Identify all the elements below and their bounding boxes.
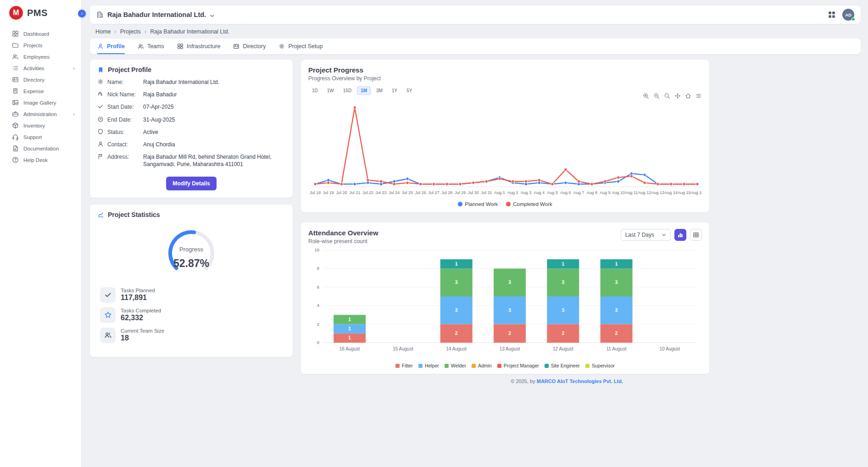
range-1m[interactable]: 1M: [357, 86, 371, 95]
gear-icon: [278, 43, 285, 50]
folder-icon: [12, 42, 19, 49]
check-icon: [100, 287, 116, 303]
range-5y[interactable]: 5Y: [403, 86, 416, 95]
user-avatar[interactable]: AD: [842, 9, 854, 21]
svg-text:Aug 7: Aug 7: [573, 190, 584, 195]
apps-grid-icon[interactable]: [828, 11, 836, 19]
svg-text:2: 2: [615, 331, 618, 336]
modify-details-button[interactable]: Modify Details: [166, 177, 216, 190]
tab-directory[interactable]: Directory: [233, 39, 266, 54]
range-15d[interactable]: 15D: [339, 86, 355, 95]
field-label: Start Date:: [107, 103, 136, 111]
zoom-in-icon[interactable]: [643, 93, 649, 99]
tab-project-setup[interactable]: Project Setup: [278, 39, 323, 54]
date-range-select[interactable]: Last 7 Days: [621, 229, 671, 241]
svg-text:16 August: 16 August: [339, 346, 360, 351]
sidebar-item-administration[interactable]: Administration ›: [0, 108, 81, 120]
footer: © 2025, by MARCO AIoT Technologies Pvt. …: [301, 378, 709, 384]
legend-item[interactable]: Completed Work: [506, 201, 552, 207]
sidebar-item-help-desk[interactable]: Help Desk: [0, 154, 81, 166]
company-link[interactable]: MARCO AIoT Technologies Pvt. Ltd.: [537, 378, 623, 384]
attendance-chart[interactable]: 024681016 August11115 August14 August233…: [308, 245, 702, 361]
building-icon: [96, 11, 104, 18]
field-label: Contact:: [107, 141, 136, 148]
legend-item[interactable]: Admin: [472, 363, 492, 368]
svg-text:1: 1: [562, 261, 565, 267]
legend-item[interactable]: Supervisor: [585, 363, 615, 368]
sidebar-item-image-gallery[interactable]: Image Gallery: [0, 97, 81, 108]
svg-text:0: 0: [317, 340, 319, 345]
range-3m[interactable]: 3M: [373, 86, 386, 95]
sidebar-item-activities[interactable]: Activities ›: [0, 62, 81, 74]
breadcrumb-projects[interactable]: Projects: [120, 28, 141, 35]
sidebar-item-projects[interactable]: Projects: [0, 39, 81, 51]
stat-tasks-completed: Tasks Completed 62,332: [97, 307, 285, 323]
legend-item[interactable]: Helper: [418, 363, 439, 368]
x-circle-icon: [97, 116, 104, 122]
flag-icon: [97, 153, 104, 160]
svg-text:3: 3: [508, 308, 511, 313]
tab-teams[interactable]: Teams: [138, 39, 164, 54]
svg-text:Aug 1: Aug 1: [494, 190, 505, 195]
online-status-dot: [851, 17, 855, 21]
menu-icon[interactable]: [696, 93, 702, 99]
briefcase-icon: [12, 111, 19, 117]
legend-item[interactable]: Planned Work: [458, 201, 498, 207]
zoom-out-icon[interactable]: [653, 93, 660, 99]
legend-item[interactable]: Fitter: [395, 363, 413, 368]
table-icon: [693, 232, 699, 238]
sidebar-item-support[interactable]: Support: [0, 131, 81, 143]
sidebar-item-employees[interactable]: Employees: [0, 51, 81, 62]
legend-item[interactable]: Project Manager: [497, 363, 539, 368]
attendance-overview-card: Attendance Overview Role-wise present co…: [301, 222, 709, 374]
chart-view-toggle[interactable]: [674, 229, 686, 241]
fingerprint-icon: [97, 91, 104, 97]
reset-home-icon[interactable]: [685, 93, 691, 99]
selection-zoom-icon[interactable]: [664, 93, 670, 99]
svg-text:Aug 16: Aug 16: [691, 190, 702, 195]
sidebar-item-expense[interactable]: Expense: [0, 85, 81, 97]
breadcrumb-home[interactable]: Home: [95, 28, 111, 35]
sidebar-item-directory[interactable]: Directory: [0, 74, 81, 85]
logo-icon: M: [9, 6, 23, 20]
bookmark-icon: [97, 67, 104, 73]
svg-text:Aug 15: Aug 15: [678, 190, 691, 195]
tab-label: Directory: [243, 43, 266, 50]
sidebar-item-label: Inventory: [23, 123, 45, 128]
range-1y[interactable]: 1Y: [388, 86, 401, 95]
sidebar-item-label: Administration: [23, 111, 57, 117]
svg-text:Jul 26: Jul 26: [415, 190, 426, 195]
field-value: Active: [143, 128, 285, 136]
legend-item[interactable]: Site Engineer: [545, 363, 580, 368]
svg-text:Aug 12: Aug 12: [638, 190, 651, 195]
company-selector[interactable]: Raja Bahadur International Ltd.: [96, 11, 215, 18]
legend-item[interactable]: Welder: [445, 363, 466, 368]
chart-title: Attendance Overview: [308, 229, 378, 237]
users-icon: [12, 53, 19, 60]
dashboard-icon: [12, 30, 19, 37]
field-value: 31-Aug-2025: [143, 116, 285, 123]
tab-profile[interactable]: Profile: [97, 39, 125, 54]
card-title: Project Profile: [108, 66, 151, 73]
logo-letter: M: [13, 9, 19, 17]
range-1w[interactable]: 1W: [323, 86, 338, 95]
field-end-date: End Date: 31-Aug-2025: [97, 116, 285, 123]
sidebar-item-inventory[interactable]: Inventory: [0, 120, 81, 131]
pan-icon[interactable]: [674, 93, 681, 99]
svg-text:Jul 22: Jul 22: [362, 190, 373, 195]
user-icon: [97, 141, 104, 147]
tab-infrastructure[interactable]: Infrastructure: [177, 39, 221, 54]
range-1d[interactable]: 1D: [308, 86, 322, 95]
progress-gauge: Progress52.87%: [97, 222, 285, 283]
image-icon: [12, 99, 19, 106]
sidebar-item-documentation[interactable]: Documentation: [0, 143, 81, 154]
sidebar-collapse-button[interactable]: ‹: [78, 10, 86, 17]
project-progress-chart[interactable]: Jul 18Jul 19Jul 20Jul 21Jul 22Jul 23Jul …: [308, 96, 702, 200]
table-view-toggle[interactable]: [690, 229, 702, 241]
project-progress-card: Project Progress Progress Overview by Pr…: [301, 60, 709, 212]
stat-value: 117,891: [121, 294, 155, 302]
sidebar-item-dashboard[interactable]: Dashboard: [0, 28, 81, 39]
chevron-right-icon: ›: [73, 66, 75, 71]
bar-chart-legend: FitterHelperWelderAdminProject ManagerSi…: [308, 361, 702, 370]
breadcrumb-separator: ›: [145, 28, 146, 35]
